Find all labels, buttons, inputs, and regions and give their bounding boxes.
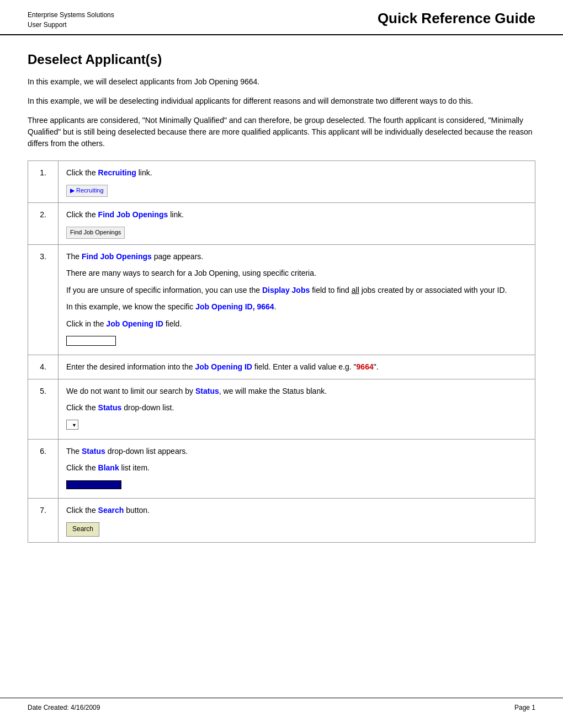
step-3-para-1: The Find Job Openings page appears. — [66, 250, 527, 263]
table-row: 1. Click the Recruiting link. ▶ Recruiti… — [28, 161, 535, 203]
step-5-para-1: We do not want to limit our search by St… — [66, 385, 527, 397]
job-opening-id-value: 9664 — [357, 362, 374, 371]
step-1-text: Click the Recruiting link. — [66, 167, 527, 179]
step-content-2: Click the Find Job Openings link. Find J… — [59, 202, 535, 244]
job-opening-id-label: Job Opening ID — [195, 362, 252, 371]
table-row: 2. Click the Find Job Openings link. Fin… — [28, 202, 535, 244]
step-number-1: 1. — [28, 161, 59, 203]
step-content-7: Click the Search button. Search — [59, 499, 535, 543]
all-text: all — [352, 286, 359, 295]
find-job-openings-ui-element[interactable]: Find Job Openings — [66, 227, 125, 239]
recruiting-link-label: Recruiting — [98, 168, 136, 177]
job-opening-id-input[interactable] — [66, 336, 116, 346]
date-created: Date Created: 4/16/2009 — [28, 704, 100, 711]
step-number-2: 2. — [28, 202, 59, 244]
step-5-para-2: Click the Status drop-down list. — [66, 402, 527, 414]
find-job-openings-text: Find Job Openings — [82, 252, 152, 261]
page-title: Deselect Applicant(s) — [28, 52, 535, 67]
steps-table: 1. Click the Recruiting link. ▶ Recruiti… — [28, 160, 535, 543]
step-6-para-1: The Status drop-down list appears. — [66, 445, 527, 457]
job-opening-id-field-label: Job Opening ID — [106, 319, 163, 328]
step-number-6: 6. — [28, 439, 59, 498]
job-opening-id-text: Job Opening ID, 9664 — [195, 302, 274, 311]
step-2-text: Click the Find Job Openings link. — [66, 208, 527, 221]
step-content-1: Click the Recruiting link. ▶ Recruiting — [59, 161, 535, 203]
step-number-3: 3. — [28, 244, 59, 355]
footer: Date Created: 4/16/2009 Page 1 — [0, 698, 563, 717]
display-jobs-text: Display Jobs — [262, 286, 310, 295]
status-dropdown[interactable] — [66, 420, 78, 430]
header: Enterprise Systems Solutions User Suppor… — [0, 0, 563, 35]
intro-paragraph-1: In this example, we will deselect applic… — [28, 76, 535, 88]
step-number-5: 5. — [28, 379, 59, 439]
find-job-openings-link-label: Find Job Openings — [98, 210, 168, 219]
step-3-para-4: In this example, we know the specific Jo… — [66, 301, 527, 313]
table-row: 4. Enter the desired information into th… — [28, 355, 535, 379]
step-number-7: 7. — [28, 499, 59, 543]
step-number-4: 4. — [28, 355, 59, 379]
step-content-4: Enter the desired information into the J… — [59, 355, 535, 379]
status-text-1: Status — [195, 387, 219, 395]
status-dropdown-label: Status — [98, 403, 122, 412]
step-7-text: Click the Search button. — [66, 504, 527, 516]
status-text-2: Status — [82, 447, 105, 456]
search-button[interactable]: Search — [66, 522, 99, 536]
step-6-para-2: Click the Blank list item. — [66, 462, 527, 474]
recruiting-ui-element[interactable]: ▶ Recruiting — [66, 185, 108, 197]
header-left: Enterprise Systems Solutions User Suppor… — [28, 10, 114, 30]
company-name: Enterprise Systems Solutions — [28, 10, 114, 20]
table-row: 7. Click the Search button. Search — [28, 499, 535, 543]
blank-label: Blank — [98, 463, 119, 472]
search-button-label: Search — [98, 506, 124, 515]
intro-paragraph-2: In this example, we will be deselecting … — [28, 95, 535, 107]
table-row: 5. We do not want to limit our search by… — [28, 379, 535, 439]
step-content-3: The Find Job Openings page appears. Ther… — [59, 244, 535, 355]
table-row: 3. The Find Job Openings page appears. T… — [28, 244, 535, 355]
main-content: Deselect Applicant(s) In this example, w… — [0, 35, 563, 728]
step-content-6: The Status drop-down list appears. Click… — [59, 439, 535, 498]
department-name: User Support — [28, 20, 114, 30]
page-number: Page 1 — [514, 704, 535, 711]
step-3-para-2: There are many ways to search for a Job … — [66, 267, 527, 279]
table-row: 6. The Status drop-down list appears. Cl… — [28, 439, 535, 498]
page-title-header: Quick Reference Guide — [378, 10, 535, 27]
page-wrapper: Enterprise Systems Solutions User Suppor… — [0, 0, 563, 728]
intro-paragraph-3: Three applicants are considered, "Not Mi… — [28, 115, 535, 149]
step-3-para-3: If you are unsure of specific informatio… — [66, 284, 527, 296]
step-4-text: Enter the desired information into the J… — [66, 361, 527, 373]
step-3-para-5: Click in the Job Opening ID field. — [66, 318, 527, 330]
step-content-5: We do not want to limit our search by St… — [59, 379, 535, 439]
blank-list-item[interactable] — [66, 480, 121, 489]
